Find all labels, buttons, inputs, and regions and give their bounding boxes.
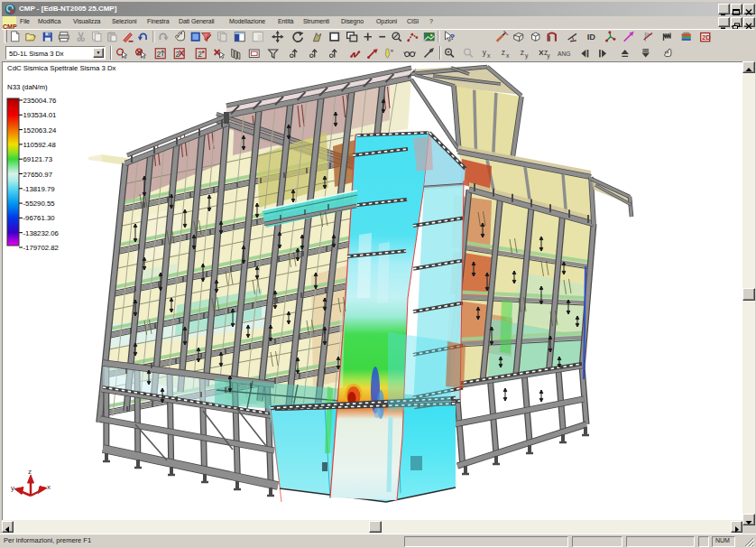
svg-text:193534.01: 193534.01 [23, 111, 57, 119]
svg-text:152063.24: 152063.24 [23, 126, 58, 135]
svg-text:110592.48: 110592.48 [23, 141, 56, 149]
svg-text:ID: ID [587, 33, 596, 42]
svg-text:-55290.55: -55290.55 [23, 200, 56, 208]
svg-text:2: 2 [157, 50, 161, 59]
svg-text:-13819.79: -13819.79 [23, 185, 55, 193]
svg-text:x: x [506, 52, 510, 59]
svg-text:-138232.06: -138232.06 [23, 229, 59, 237]
svg-text:z: z [521, 48, 524, 57]
svg-text:y: y [11, 484, 14, 492]
svg-text:N33 (daN/m): N33 (daN/m) [7, 83, 48, 91]
svg-text:ANG: ANG [558, 51, 571, 57]
svg-text:2D: 2D [702, 33, 711, 42]
svg-text:z: z [28, 468, 32, 476]
svg-text:235004.76: 235004.76 [23, 97, 57, 105]
svg-text:-96761.30: -96761.30 [23, 214, 56, 222]
svg-text:2: 2 [198, 50, 202, 59]
svg-text:-179702.82: -179702.82 [23, 244, 59, 252]
svg-text:y: y [525, 52, 529, 60]
svg-text:?: ? [450, 33, 456, 42]
svg-text:27650.97: 27650.97 [23, 171, 53, 179]
svg-text:z: z [502, 48, 505, 57]
svg-text:CdC Sismica Spettrale Sisma 3: CdC Sismica Spettrale Sisma 3 Dx [7, 64, 116, 72]
svg-text:x: x [487, 52, 491, 59]
svg-text:69121.73: 69121.73 [23, 155, 53, 163]
svg-text:x: x [47, 483, 51, 491]
svg-text:y: y [547, 52, 550, 60]
